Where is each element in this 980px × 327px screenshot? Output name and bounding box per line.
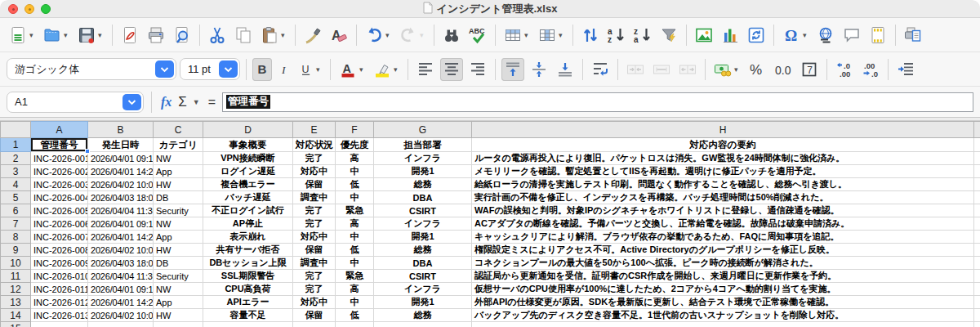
sort-ascending-button[interactable]: az xyxy=(605,24,628,47)
cell-A4[interactable]: INC-2026-003 xyxy=(31,178,88,191)
cell-G14[interactable]: 総務 xyxy=(374,309,472,322)
cell-G9[interactable]: 総務 xyxy=(374,244,472,257)
row-header-13[interactable]: 13 xyxy=(1,296,31,309)
row-header-10[interactable]: 10 xyxy=(1,257,31,270)
cell-D8[interactable]: 表示崩れ xyxy=(203,231,293,244)
cell-D15[interactable] xyxy=(203,322,293,327)
cell-H8[interactable]: キャッシュクリアにより解消。ブラウザ依存の挙動であるため、FAQに周知事項を追記… xyxy=(472,231,974,244)
cell-B8[interactable]: 2026/04/01 14:20 xyxy=(88,231,154,244)
cell-H1[interactable]: 対応内容の要約 xyxy=(472,138,974,152)
cell-B12[interactable]: 2026/04/01 09:15 xyxy=(88,283,154,296)
cell-filler-11[interactable] xyxy=(974,270,980,283)
cell-D5[interactable]: バッチ遅延 xyxy=(203,191,293,204)
cell-E15[interactable] xyxy=(293,322,336,327)
cell-G10[interactable]: DBA xyxy=(374,257,472,270)
cell-F15[interactable] xyxy=(336,322,374,327)
align-right-button[interactable] xyxy=(466,58,489,81)
cell-filler-9[interactable] xyxy=(974,244,980,257)
cell-H13[interactable]: 外部APIの仕様変更が原因。SDKを最新版に更新し、結合テスト環境で正常稼働を確… xyxy=(472,296,974,309)
font-name-combobox[interactable]: 游ゴシック体 xyxy=(7,58,176,80)
cell-D2[interactable]: VPN接続瞬断 xyxy=(203,152,293,165)
cell-C3[interactable]: App xyxy=(154,165,203,178)
cell-filler-8[interactable] xyxy=(974,231,980,244)
indent-increase-button[interactable] xyxy=(894,58,917,81)
align-left-button[interactable] xyxy=(414,58,437,81)
cell-F10[interactable]: 中 xyxy=(336,257,374,270)
cell-G7[interactable]: インフラ xyxy=(374,217,472,231)
insert-chart-button[interactable] xyxy=(719,24,742,47)
delete-decimal-button[interactable]: .00.0 xyxy=(859,58,882,81)
cell-A5[interactable]: INC-2026-004 xyxy=(31,191,88,204)
underline-button[interactable]: U▾ xyxy=(296,58,324,81)
cell-H10[interactable]: コネクションプールの最大値を50から100へ拡張。ピーク時の接続断が解消された。 xyxy=(472,257,974,270)
currency-dropdown-arrow[interactable]: ▾ xyxy=(734,65,741,74)
cell-C11[interactable]: Security xyxy=(154,270,203,283)
cell-B6[interactable]: 2026/04/04 11:30 xyxy=(88,204,154,217)
cell-E11[interactable]: 完了 xyxy=(293,270,336,283)
row-header-8[interactable]: 8 xyxy=(1,231,31,244)
cell-C1[interactable]: カテゴリ xyxy=(154,138,203,152)
paste-button[interactable]: ▾ xyxy=(258,24,289,47)
cell-E9[interactable]: 保留 xyxy=(293,244,336,257)
insert-row-button[interactable]: ▾ xyxy=(501,24,532,47)
cell-C2[interactable]: NW xyxy=(154,152,203,165)
cell-A12[interactable]: INC-2026-011 xyxy=(31,283,88,296)
new-document-dropdown-arrow[interactable]: ▾ xyxy=(29,31,36,39)
cell-filler-12[interactable] xyxy=(974,283,980,296)
underline-dropdown-arrow[interactable]: ▾ xyxy=(316,65,323,74)
cell-H7[interactable]: ACアダプタの断線を確認。予備パーツと交換し、正常給電を確認。故障品は破棄申請済… xyxy=(472,217,974,231)
cell-E14[interactable]: 保留 xyxy=(293,309,336,322)
clear-formatting-button[interactable]: A xyxy=(327,24,350,47)
column-header-D[interactable]: D xyxy=(203,122,293,138)
cell-E13[interactable]: 対応中 xyxy=(293,296,336,309)
cell-H15[interactable] xyxy=(472,322,974,327)
cell-A2[interactable]: INC-2026-001 xyxy=(31,152,88,165)
cell-A1[interactable]: 管理番号 xyxy=(31,138,88,152)
font-color-button[interactable]: A▾ xyxy=(336,58,368,81)
cell-E12[interactable]: 完了 xyxy=(293,283,336,296)
font-size-combobox[interactable]: 11 pt xyxy=(180,58,240,80)
cell-D4[interactable]: 複合機エラー xyxy=(203,178,293,191)
cell-F11[interactable]: 緊急 xyxy=(336,270,374,283)
align-bottom-button[interactable] xyxy=(554,58,577,81)
add-decimal-button[interactable]: .0.00 xyxy=(833,58,856,81)
insert-row-dropdown-arrow[interactable]: ▾ xyxy=(524,31,531,39)
sum-icon[interactable]: Σ xyxy=(178,94,187,110)
print-button[interactable] xyxy=(145,24,167,47)
cell-D13[interactable]: APIエラー xyxy=(203,296,293,309)
align-center-button[interactable] xyxy=(440,58,463,81)
cell-G13[interactable]: 開発1 xyxy=(374,296,472,309)
cell-E4[interactable]: 保留 xyxy=(293,178,336,191)
cell-E2[interactable]: 完了 xyxy=(293,152,336,165)
minimize-button[interactable] xyxy=(24,4,34,14)
cell-D3[interactable]: ログイン遅延 xyxy=(203,165,293,178)
comment-button[interactable] xyxy=(840,24,863,47)
cell-C4[interactable]: HW xyxy=(154,178,203,191)
row-header-2[interactable]: 2 xyxy=(1,152,31,165)
cell-C8[interactable]: App xyxy=(154,231,203,244)
print-preview-button[interactable] xyxy=(171,24,194,47)
sum-dropdown-arrow[interactable]: ▼ xyxy=(193,98,200,106)
cell-A6[interactable]: INC-2026-005 xyxy=(31,204,88,217)
font-color-dropdown-arrow[interactable]: ▾ xyxy=(359,65,366,74)
cell-G8[interactable]: 開発1 xyxy=(374,231,472,244)
hyperlink-button[interactable] xyxy=(814,24,837,47)
cell-filler-6[interactable] xyxy=(974,204,980,217)
cell-A13[interactable]: INC-2026-012 xyxy=(31,296,88,309)
cell-E10[interactable]: 調査中 xyxy=(293,257,336,270)
cell-B4[interactable]: 2026/04/02 10:05 xyxy=(88,178,154,191)
pivot-table-button[interactable] xyxy=(745,24,768,47)
cell-D10[interactable]: DBセッション上限 xyxy=(203,257,293,270)
name-box[interactable]: A1 xyxy=(7,92,144,113)
sort-descending-button[interactable]: za xyxy=(631,24,654,47)
row-header-3[interactable]: 3 xyxy=(1,165,31,178)
cell-filler-10[interactable] xyxy=(974,257,980,270)
row-header-4[interactable]: 4 xyxy=(1,178,31,191)
cell-filler-7[interactable] xyxy=(974,217,980,231)
cell-B14[interactable]: 2026/04/02 10:05 xyxy=(88,309,154,322)
cell-D7[interactable]: AP停止 xyxy=(203,217,293,231)
cell-D1[interactable]: 事象概要 xyxy=(203,138,293,152)
paste-dropdown-arrow[interactable]: ▾ xyxy=(281,31,287,39)
cell-B1[interactable]: 発生日時 xyxy=(88,138,154,152)
special-character-button[interactable]: Ω▾ xyxy=(780,24,811,47)
